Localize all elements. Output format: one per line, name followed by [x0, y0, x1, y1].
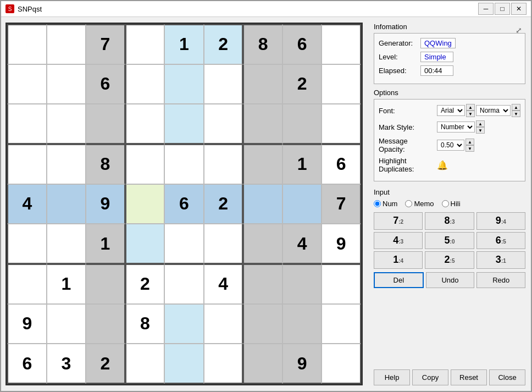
cell-40[interactable]: 6 [164, 184, 204, 224]
cell-31[interactable] [164, 144, 204, 184]
bell-icon[interactable]: 🔔 [437, 160, 448, 170]
cell-62[interactable] [322, 264, 361, 304]
cell-30[interactable] [125, 144, 165, 184]
cell-15[interactable] [243, 64, 282, 104]
cell-67[interactable] [164, 304, 204, 344]
font-select[interactable]: Arial [437, 105, 465, 116]
cell-64[interactable] [47, 304, 86, 344]
cell-50[interactable] [204, 224, 243, 264]
cell-47[interactable]: 1 [86, 224, 125, 264]
cell-39[interactable] [125, 184, 165, 224]
font-spin-down[interactable]: ▼ [466, 111, 475, 117]
cell-27[interactable] [7, 144, 47, 184]
cell-5[interactable]: 2 [204, 24, 243, 64]
cell-29[interactable]: 8 [86, 144, 125, 184]
cell-61[interactable] [282, 264, 322, 304]
cell-49[interactable] [164, 224, 204, 264]
cell-21[interactable] [125, 104, 165, 144]
cell-69[interactable] [243, 304, 282, 344]
cell-22[interactable] [164, 104, 204, 144]
cell-36[interactable]: 4 [7, 184, 47, 224]
close-button[interactable]: ✕ [511, 3, 527, 15]
cell-9[interactable] [7, 64, 47, 104]
cell-80[interactable] [322, 344, 361, 384]
maximize-button[interactable]: □ [495, 3, 510, 15]
font-style-spin-down[interactable]: ▼ [512, 111, 520, 117]
cell-10[interactable] [47, 64, 86, 104]
cell-25[interactable] [282, 104, 322, 144]
cell-7[interactable]: 6 [282, 24, 322, 64]
cell-32[interactable] [204, 144, 243, 184]
cell-70[interactable] [282, 304, 322, 344]
cell-76[interactable] [164, 344, 204, 384]
cell-68[interactable] [204, 304, 243, 344]
cell-26[interactable] [322, 104, 361, 144]
cell-23[interactable] [204, 104, 243, 144]
mark-style-spin-down[interactable]: ▼ [476, 127, 485, 134]
num-btn-5[interactable]: 5:0 [425, 232, 474, 250]
num-btn-3[interactable]: 3:1 [476, 251, 525, 269]
cell-72[interactable]: 6 [7, 344, 47, 384]
num-btn-9[interactable]: 9:4 [476, 212, 525, 230]
cell-0[interactable] [7, 24, 47, 64]
font-spin-up[interactable]: ▲ [466, 104, 475, 111]
radio-hili[interactable]: Hili [442, 200, 461, 208]
cell-44[interactable]: 7 [322, 184, 361, 224]
cell-63[interactable]: 9 [7, 304, 47, 344]
copy-button[interactable]: Copy [412, 369, 448, 385]
cell-58[interactable] [164, 264, 204, 304]
radio-num-input[interactable] [374, 200, 381, 207]
radio-num[interactable]: Num [374, 200, 397, 208]
cell-13[interactable] [164, 64, 204, 104]
cell-3[interactable] [125, 24, 165, 64]
radio-hili-input[interactable] [442, 200, 449, 207]
cell-11[interactable]: 6 [86, 64, 125, 104]
cell-41[interactable]: 2 [204, 184, 243, 224]
cell-74[interactable]: 2 [86, 344, 125, 384]
cell-66[interactable]: 8 [125, 304, 165, 344]
cell-42[interactable] [243, 184, 282, 224]
font-style-select[interactable]: Norma [476, 105, 511, 116]
cell-38[interactable]: 9 [86, 184, 125, 224]
cell-48[interactable] [125, 224, 165, 264]
redo-button[interactable]: Redo [476, 272, 525, 288]
radio-memo[interactable]: Memo [405, 200, 434, 208]
num-btn-2[interactable]: 2:5 [425, 251, 474, 269]
close-button-bottom[interactable]: Close [489, 369, 525, 385]
cell-4[interactable]: 1 [164, 24, 204, 64]
del-button[interactable]: Del [374, 272, 424, 288]
cell-20[interactable] [86, 104, 125, 144]
expand-icon[interactable]: ⤢ [516, 26, 522, 35]
cell-73[interactable]: 3 [47, 344, 86, 384]
radio-memo-input[interactable] [405, 200, 412, 207]
cell-75[interactable] [125, 344, 165, 384]
undo-button[interactable]: Undo [426, 272, 475, 288]
num-btn-4[interactable]: 4:3 [374, 232, 423, 250]
sudoku-grid[interactable]: 712866281649627149124986329 [5, 23, 363, 385]
cell-78[interactable] [243, 344, 282, 384]
cell-24[interactable] [243, 104, 282, 144]
cell-35[interactable]: 6 [322, 144, 361, 184]
cell-60[interactable] [243, 264, 282, 304]
cell-1[interactable] [47, 24, 86, 64]
cell-51[interactable] [243, 224, 282, 264]
cell-52[interactable]: 4 [282, 224, 322, 264]
cell-46[interactable] [47, 224, 86, 264]
cell-71[interactable] [322, 304, 361, 344]
cell-37[interactable] [47, 184, 86, 224]
cell-43[interactable] [282, 184, 322, 224]
cell-16[interactable]: 2 [282, 64, 322, 104]
cell-18[interactable] [7, 104, 47, 144]
mark-style-spin-up[interactable]: ▲ [476, 120, 485, 127]
cell-2[interactable]: 7 [86, 24, 125, 64]
cell-77[interactable] [204, 344, 243, 384]
message-opacity-spin-up[interactable]: ▲ [465, 139, 474, 145]
cell-57[interactable]: 2 [125, 264, 165, 304]
num-btn-1[interactable]: 1:4 [374, 251, 423, 269]
num-btn-6[interactable]: 6:5 [476, 232, 525, 250]
cell-59[interactable]: 4 [204, 264, 243, 304]
cell-17[interactable] [322, 64, 361, 104]
cell-33[interactable] [243, 144, 282, 184]
cell-65[interactable] [86, 304, 125, 344]
cell-19[interactable] [47, 104, 86, 144]
